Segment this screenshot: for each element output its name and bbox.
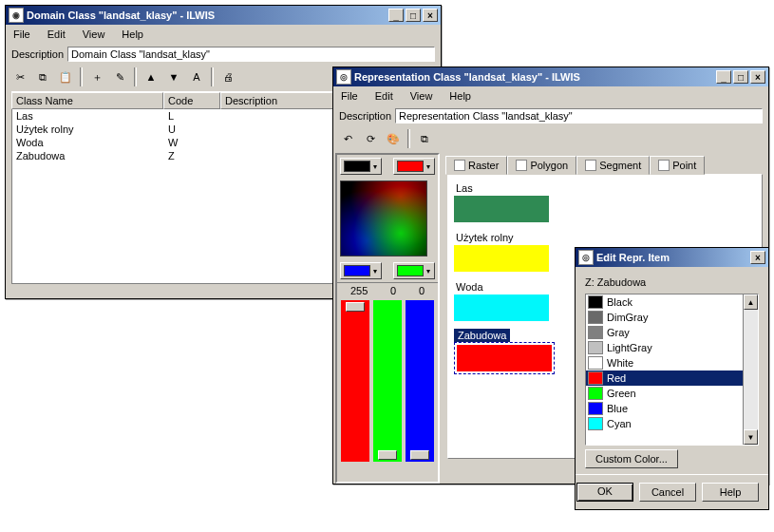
tab-point[interactable]: Point: [650, 156, 705, 175]
tool-copy-icon[interactable]: ⧉: [32, 66, 53, 87]
refresh-icon[interactable]: ⟳: [360, 128, 381, 149]
slider-red[interactable]: [341, 300, 369, 462]
minimize-button[interactable]: _: [716, 70, 731, 84]
color-option-red[interactable]: Red: [586, 370, 758, 386]
desc-label: Description: [11, 48, 64, 60]
scroll-down-icon[interactable]: ▼: [744, 429, 758, 445]
menu-file[interactable]: File: [9, 27, 34, 42]
tool-paste-icon[interactable]: 📋: [55, 66, 76, 87]
rep-title: Representation Class "landsat_klasy" - I…: [354, 71, 580, 83]
rep-desc-input[interactable]: [395, 108, 763, 124]
item-label: Z: Zabudowa: [585, 276, 759, 288]
color-option-gray[interactable]: Gray: [586, 325, 758, 340]
menu-help[interactable]: Help: [118, 27, 147, 42]
edit-repr-dialog: ◎ Edit Repr. Item × Z: Zabudowa Black Di…: [575, 247, 769, 510]
color-option-white[interactable]: White: [586, 355, 758, 370]
palette-icon[interactable]: 🎨: [383, 128, 404, 149]
tool-add-icon[interactable]: ＋: [86, 66, 107, 87]
dialog-title: Edit Repr. Item: [596, 252, 670, 263]
tab-raster[interactable]: Raster: [445, 156, 507, 175]
raster-icon: [454, 160, 465, 171]
minimize-button[interactable]: _: [388, 9, 404, 22]
tool-print-icon[interactable]: 🖨: [217, 66, 238, 87]
properties-icon[interactable]: ⧉: [414, 128, 435, 149]
col-code[interactable]: Code: [163, 92, 220, 109]
close-button[interactable]: ×: [423, 9, 438, 22]
menu-view[interactable]: View: [406, 88, 437, 104]
rep-tabs: Raster Polygon Segment Point: [442, 151, 768, 174]
domain-desc-input[interactable]: [67, 47, 435, 62]
color-select-green[interactable]: ▾: [393, 262, 435, 279]
menu-edit[interactable]: Edit: [44, 27, 69, 42]
swatch-zabudowa: [457, 345, 552, 371]
domain-app-icon: ◉: [9, 8, 24, 23]
color-option-cyan[interactable]: Cyan: [586, 416, 758, 431]
custom-color-button[interactable]: Custom Color...: [585, 449, 678, 468]
color-select-red[interactable]: ▾: [393, 158, 435, 175]
cancel-button[interactable]: Cancel: [639, 483, 696, 502]
ok-button[interactable]: OK: [576, 483, 633, 502]
rep-toolbar: ↶ ⟳ 🎨 ⧉: [333, 126, 768, 151]
dialog-titlebar[interactable]: ◎ Edit Repr. Item ×: [576, 248, 768, 267]
menu-edit[interactable]: Edit: [371, 88, 397, 104]
menu-file[interactable]: File: [337, 88, 362, 104]
undo-icon[interactable]: ↶: [337, 128, 358, 149]
rep-app-icon: ◎: [336, 69, 351, 85]
desc-label: Description: [339, 110, 391, 122]
slider-blue[interactable]: [406, 300, 434, 462]
dialog-icon: ◎: [578, 250, 594, 265]
point-icon: [658, 160, 670, 171]
color-option-blue[interactable]: Blue: [586, 401, 758, 416]
slider-green[interactable]: [373, 300, 402, 462]
color-list[interactable]: Black DimGray Gray LightGray White Red G…: [585, 294, 759, 446]
swatch-las: [454, 196, 549, 222]
domain-desc-row: Description: [6, 44, 441, 65]
tool-down-icon[interactable]: ▼: [163, 66, 184, 87]
tab-segment[interactable]: Segment: [576, 156, 650, 175]
color-option-dimgray[interactable]: DimGray: [586, 310, 758, 325]
polygon-icon: [516, 160, 527, 171]
tool-up-icon[interactable]: ▲: [141, 66, 161, 87]
swatch-woda: [454, 294, 549, 321]
domain-titlebar[interactable]: ◉ Domain Class "landsat_klasy" - ILWIS _…: [6, 6, 441, 25]
col-classname[interactable]: Class Name: [11, 92, 163, 109]
rep-desc-row: Description: [333, 105, 768, 126]
scroll-up-icon[interactable]: ▲: [744, 294, 758, 310]
rgb-sliders: [337, 298, 438, 467]
domain-title: Domain Class "landsat_klasy" - ILWIS: [27, 10, 215, 21]
color-panel: ▾ ▾ ▾ ▾ 255 0 0: [335, 153, 440, 484]
color-option-lightgray[interactable]: LightGray: [586, 340, 758, 355]
close-button[interactable]: ×: [750, 251, 765, 264]
rep-titlebar[interactable]: ◎ Representation Class "landsat_klasy" -…: [333, 67, 768, 86]
help-button[interactable]: Help: [702, 483, 759, 502]
swatch-uzytek: [454, 245, 549, 272]
close-button[interactable]: ×: [750, 70, 765, 84]
slider-values: 255 0 0: [337, 282, 438, 298]
menu-view[interactable]: View: [79, 27, 109, 42]
tool-sort-icon[interactable]: A: [186, 66, 207, 87]
domain-menubar: File Edit View Help: [6, 25, 441, 44]
color-select-black[interactable]: ▾: [340, 158, 382, 175]
tab-polygon[interactable]: Polygon: [507, 156, 576, 175]
class-item[interactable]: Las: [454, 180, 756, 222]
menu-help[interactable]: Help: [445, 88, 475, 104]
color-select-blue[interactable]: ▾: [340, 262, 382, 279]
tool-edit-icon[interactable]: ✎: [109, 66, 130, 87]
scrollbar[interactable]: ▲ ▼: [743, 294, 758, 445]
maximize-button[interactable]: □: [733, 70, 748, 84]
segment-icon: [585, 160, 596, 171]
color-option-green[interactable]: Green: [586, 386, 758, 401]
maximize-button[interactable]: □: [406, 9, 421, 22]
rep-menubar: File Edit View Help: [333, 86, 768, 105]
color-option-black[interactable]: Black: [586, 294, 758, 310]
tool-cut-icon[interactable]: ✂: [9, 66, 30, 87]
dialog-buttons: OK Cancel Help: [576, 474, 768, 509]
color-gradient[interactable]: [340, 180, 427, 256]
